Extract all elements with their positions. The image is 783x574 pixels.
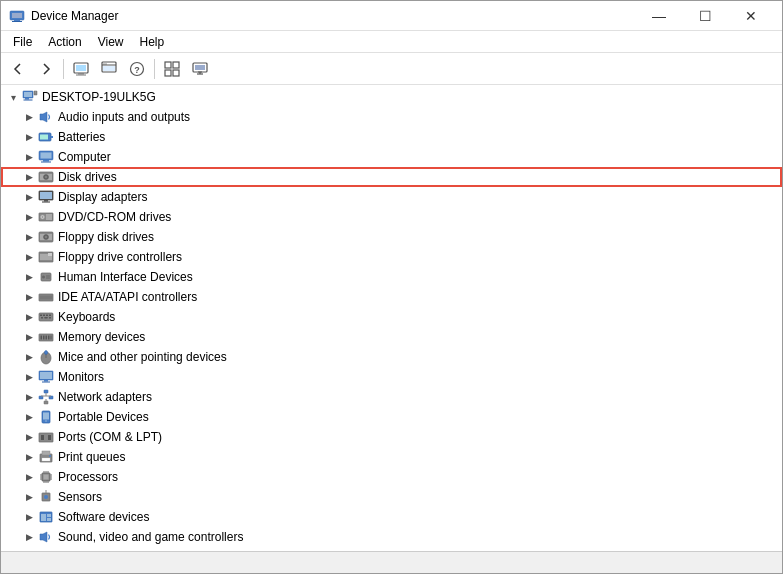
device-category-label: Display adapters	[58, 190, 147, 204]
tree-item[interactable]: ▶Display adapters	[1, 187, 782, 207]
tree-item[interactable]: ▶Portable Devices	[1, 407, 782, 427]
toolbar-monitor-button[interactable]	[187, 56, 213, 82]
tree-item[interactable]: ▶Processors	[1, 467, 782, 487]
tree-item[interactable]: ▶Human Interface Devices	[1, 267, 782, 287]
svg-point-84	[45, 351, 48, 355]
svg-rect-60	[46, 278, 50, 279]
tree-expander[interactable]: ▶	[21, 487, 37, 507]
device-category-icon	[37, 168, 55, 186]
tree-expander[interactable]: ▶	[21, 427, 37, 447]
tree-item[interactable]: ▶Sound, video and game controllers	[1, 527, 782, 547]
device-category-label: Mice and other pointing devices	[58, 350, 227, 364]
svg-rect-86	[40, 372, 52, 379]
tree-item[interactable]: ▶Keyboards	[1, 307, 782, 327]
tree-expander[interactable]: ▶	[21, 167, 37, 187]
svg-text:?: ?	[134, 65, 140, 75]
tree-expander[interactable]: ▶	[21, 367, 37, 387]
tree-item[interactable]: ▶Network adapters	[1, 387, 782, 407]
tree-item[interactable]: ▶Floppy drive controllers	[1, 247, 782, 267]
tree-root[interactable]: ▾ DESKTOP-19ULK5G	[1, 87, 782, 107]
toolbar-properties-button[interactable]	[68, 56, 94, 82]
menu-file[interactable]: File	[5, 33, 40, 51]
tree-item[interactable]: ▶Computer	[1, 147, 782, 167]
tree-expander[interactable]: ▶	[21, 407, 37, 427]
tree-item[interactable]: ▶Mice and other pointing devices	[1, 347, 782, 367]
svg-rect-101	[41, 435, 44, 440]
device-category-icon	[37, 328, 55, 346]
svg-point-29	[35, 92, 36, 93]
toolbar-view-button[interactable]	[159, 56, 185, 82]
tree-item[interactable]: ▶Batteries	[1, 127, 782, 147]
svg-rect-36	[43, 160, 49, 162]
root-expander[interactable]: ▾	[5, 87, 21, 107]
tree-item[interactable]: ▶Disk drives	[1, 167, 782, 187]
tree-expander[interactable]: ▶	[21, 307, 37, 327]
tree-item[interactable]: ▶Memory devices	[1, 327, 782, 347]
device-category-label: Processors	[58, 470, 118, 484]
tree-expander[interactable]: ▶	[21, 387, 37, 407]
tree-expander[interactable]: ▶	[21, 287, 37, 307]
tree-expander[interactable]: ▶	[21, 147, 37, 167]
svg-rect-18	[173, 70, 179, 76]
menu-help[interactable]: Help	[132, 33, 173, 51]
tree-expander[interactable]: ▶	[21, 127, 37, 147]
tree-item[interactable]: ▶Print queues	[1, 447, 782, 467]
device-category-label: Audio inputs and outputs	[58, 110, 190, 124]
svg-rect-78	[43, 336, 45, 340]
svg-rect-79	[46, 336, 48, 340]
tree-expander[interactable]: ▶	[21, 507, 37, 527]
svg-point-99	[45, 420, 47, 422]
svg-rect-32	[51, 136, 53, 138]
tree-expander[interactable]: ▶	[21, 227, 37, 247]
tree-expander[interactable]: ▶	[21, 107, 37, 127]
toolbar-forward-button[interactable]	[33, 56, 59, 82]
device-category-icon	[37, 448, 55, 466]
tree-item[interactable]: ▶Sensors	[1, 487, 782, 507]
toolbar-help-button[interactable]: ?	[124, 56, 150, 82]
tree-expander[interactable]: ▶	[21, 187, 37, 207]
menu-bar: File Action View Help	[1, 31, 782, 53]
menu-view[interactable]: View	[90, 33, 132, 51]
window-title: Device Manager	[31, 9, 636, 23]
svg-rect-1	[12, 13, 22, 18]
device-category-icon	[37, 288, 55, 306]
device-category-icon	[37, 348, 55, 366]
device-category-label: Batteries	[58, 130, 105, 144]
tree-expander[interactable]: ▶	[21, 267, 37, 287]
svg-rect-69	[40, 315, 42, 317]
menu-action[interactable]: Action	[40, 33, 89, 51]
svg-point-53	[45, 236, 47, 238]
tree-item[interactable]: ▶Software devices	[1, 507, 782, 527]
svg-rect-5	[76, 65, 86, 71]
close-button[interactable]: ✕	[728, 1, 774, 31]
svg-marker-128	[40, 532, 47, 542]
tree-item[interactable]: ▶Monitors	[1, 367, 782, 387]
tree-item[interactable]: ▶DVD/CD-ROM drives	[1, 207, 782, 227]
svg-rect-88	[42, 382, 50, 383]
device-category-label: Monitors	[58, 370, 104, 384]
tree-item[interactable]: ▶Ports (COM & LPT)	[1, 427, 782, 447]
tree-expander[interactable]: ▶	[21, 467, 37, 487]
tree-item[interactable]: ▶IDE ATA/ATAPI controllers	[1, 287, 782, 307]
svg-rect-15	[165, 62, 171, 68]
maximize-button[interactable]: ☐	[682, 1, 728, 31]
svg-rect-125	[41, 514, 46, 521]
device-tree[interactable]: ▾ DESKTOP-19ULK5G ▶Audio inputs and outp…	[1, 85, 782, 551]
tree-expander[interactable]: ▶	[21, 207, 37, 227]
toolbar-update-button[interactable]	[96, 56, 122, 82]
tree-item[interactable]: ▶Floppy disk drives	[1, 227, 782, 247]
device-category-icon	[37, 408, 55, 426]
device-category-label: Disk drives	[58, 170, 117, 184]
toolbar-back-button[interactable]	[5, 56, 31, 82]
svg-rect-81	[51, 336, 52, 340]
tree-expander[interactable]: ▶	[21, 247, 37, 267]
tree-expander[interactable]: ▶	[21, 527, 37, 547]
title-bar: Device Manager — ☐ ✕	[1, 1, 782, 31]
svg-rect-71	[46, 315, 48, 317]
tree-expander[interactable]: ▶	[21, 327, 37, 347]
minimize-button[interactable]: —	[636, 1, 682, 31]
device-category-label: Keyboards	[58, 310, 115, 324]
tree-item[interactable]: ▶Audio inputs and outputs	[1, 107, 782, 127]
tree-expander[interactable]: ▶	[21, 447, 37, 467]
tree-expander[interactable]: ▶	[21, 347, 37, 367]
